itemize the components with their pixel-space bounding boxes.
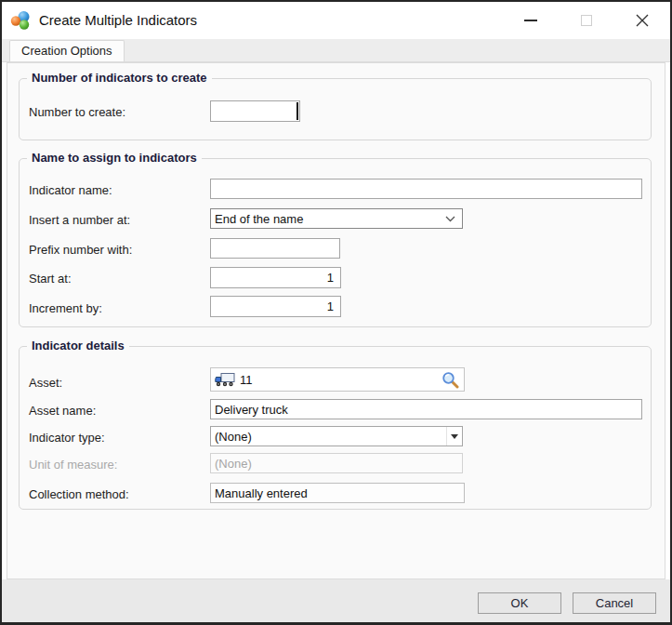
increment-by-label: Increment by: xyxy=(29,301,102,315)
asset-name-input[interactable] xyxy=(210,399,642,419)
asset-label: Asset: xyxy=(29,376,62,390)
collection-method-label: Collection method: xyxy=(29,487,129,501)
asset-picker-field[interactable]: 11 xyxy=(210,367,465,392)
prefix-number-with-input[interactable] xyxy=(210,238,340,259)
indicator-type-label: Indicator type: xyxy=(29,431,105,445)
triangle-down-icon xyxy=(451,434,458,439)
unit-of-measure-input xyxy=(210,453,463,473)
number-to-create-label: Number to create: xyxy=(29,105,125,119)
app-icon xyxy=(10,9,33,32)
indicator-type-value: (None) xyxy=(215,430,252,444)
ok-button[interactable]: OK xyxy=(478,592,561,614)
window-controls xyxy=(503,2,670,39)
unit-of-measure-label: Unit of measure: xyxy=(29,458,117,472)
window-title: Create Multiple Indicators xyxy=(39,2,197,39)
insert-number-at-value: End of the name xyxy=(215,212,303,226)
increment-by-input[interactable] xyxy=(210,296,341,317)
minimize-button[interactable] xyxy=(503,2,559,39)
indicator-name-label: Indicator name: xyxy=(29,183,112,197)
maximize-button xyxy=(559,2,614,39)
asset-value: 11 xyxy=(240,373,253,387)
close-button[interactable] xyxy=(614,2,670,39)
truck-icon xyxy=(215,372,236,388)
start-at-label: Start at: xyxy=(29,272,72,286)
asset-name-label: Asset name: xyxy=(29,404,96,418)
number-to-create-input[interactable] xyxy=(210,100,300,122)
group-title: Indicator details xyxy=(27,339,129,352)
collection-method-input[interactable] xyxy=(210,483,465,503)
group-name-to-assign: Name to assign to indicators Indicator n… xyxy=(19,158,652,327)
tab-strip: Creation Options xyxy=(2,39,670,62)
close-icon xyxy=(636,14,649,27)
group-title: Number of indicators to create xyxy=(27,71,212,85)
insert-number-at-select[interactable]: End of the name xyxy=(210,208,463,229)
dialog-window: Create Multiple Indicators Creation Opti… xyxy=(0,0,672,625)
search-icon xyxy=(441,371,459,389)
indicator-type-dropdown-button[interactable] xyxy=(446,427,462,445)
tab-creation-options[interactable]: Creation Options xyxy=(9,40,125,61)
start-at-input[interactable] xyxy=(210,267,341,288)
maximize-icon xyxy=(581,15,592,26)
indicator-type-select[interactable]: (None) xyxy=(210,426,463,446)
footer: OK Cancel xyxy=(2,579,670,622)
asset-search-button[interactable] xyxy=(441,371,459,389)
chevron-down-icon xyxy=(445,216,455,222)
group-number-of-indicators: Number of indicators to create Number to… xyxy=(19,78,652,140)
text-caret xyxy=(296,102,298,120)
number-to-create-field-wrap xyxy=(210,100,300,122)
insert-number-at-label: Insert a number at: xyxy=(29,213,130,227)
cancel-button[interactable]: Cancel xyxy=(573,592,656,614)
tab-page: Number of indicators to create Number to… xyxy=(7,62,665,579)
titlebar: Create Multiple Indicators xyxy=(2,2,670,39)
prefix-number-with-label: Prefix number with: xyxy=(29,243,132,257)
group-title: Name to assign to indicators xyxy=(27,151,202,165)
indicator-name-input[interactable] xyxy=(210,179,642,199)
group-indicator-details: Indicator details Asset: 11 xyxy=(19,346,652,510)
minimize-icon xyxy=(524,20,537,21)
